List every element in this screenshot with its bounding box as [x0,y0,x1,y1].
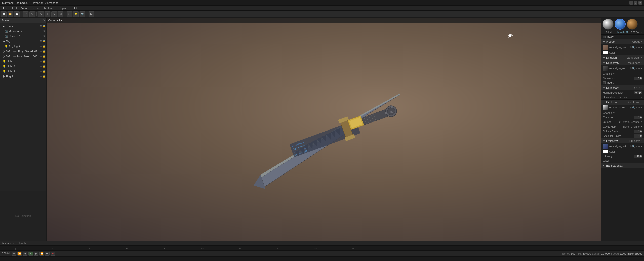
menu-material[interactable]: Material [42,6,56,10]
emit-delete-icon[interactable]: ✕ [640,145,642,148]
emit-edit-icon[interactable]: ✎ [635,145,637,148]
occ-copy-icon[interactable]: ⊕ [638,106,640,109]
sky-eye[interactable]: 👁 [40,40,42,42]
light1-eye[interactable]: 👁 [40,60,42,63]
skylight-lock[interactable]: 🔒 [43,45,45,48]
diffusion-header[interactable]: ▼ Diffusion: Lambertian ▾ [601,55,644,60]
scene-item-light2[interactable]: 💡 Light 2 👁 🔒 [0,64,46,69]
viewport[interactable]: Camera 1 ▾ [47,18,601,241]
scene-item-sky[interactable]: ☁ Sky 👁 🔒 [0,39,46,44]
invert-checkbox[interactable] [603,36,606,38]
metalness-delete-icon[interactable]: ✕ [640,67,642,70]
toolbar-mesh[interactable]: ⬡ [67,11,72,17]
toolbar-rotate[interactable]: ↻ [51,11,57,17]
fog-eye[interactable]: 👁 [40,75,42,78]
close-button[interactable]: ✕ [638,1,642,5]
transparency-header[interactable]: ▶ Transparency: [601,163,644,168]
metalness-edit-icon[interactable]: ✎ [635,67,637,70]
transport-record-button[interactable]: ● [51,252,55,256]
emit-search-icon[interactable]: 🔍 [632,145,635,148]
toolbar-scale[interactable]: ⇲ [58,11,63,17]
material-ball-default[interactable] [602,19,614,30]
metalness-copy-icon[interactable]: ⊕ [638,67,640,70]
transport-play-button[interactable]: ▶ [28,252,33,256]
emissive-map-thumb[interactable] [603,144,608,149]
sword003-lock[interactable]: 🔒 [43,55,45,58]
scene-item-camera1[interactable]: 📷 Camera 1 👁 [0,34,46,39]
light2-lock[interactable]: 🔒 [43,65,45,68]
menu-file[interactable]: File [1,6,10,10]
reflectivity-header[interactable]: ▼ Reflectivity: Metalness ▾ [601,60,644,65]
transport-next-key-button[interactable]: ⏩ [39,252,44,256]
scene-item-main-camera[interactable]: 📷 Main Camera 👁 [0,29,46,34]
emit-settings-icon[interactable]: ⚙ [630,145,632,148]
scene-settings-icon[interactable]: ⚙ [43,19,45,22]
transport-prev-key-button[interactable]: ⏪ [17,252,22,256]
toolbar-light[interactable]: 💡 [73,11,79,17]
albedo-map-thumb[interactable] [603,45,608,50]
metalness-input[interactable] [634,77,642,80]
toolbar-select[interactable]: ↖ [38,11,44,17]
light2-eye[interactable]: 👁 [40,65,42,68]
albedo-search-icon[interactable]: 🔍 [632,46,635,49]
reflection-header[interactable]: ▼ Reflection: GGX ▾ [601,85,644,90]
render-eye-icon[interactable]: 👁 [40,25,42,27]
cavity-channel-dropdown[interactable]: ▾ [641,125,642,128]
emit-copy-icon[interactable]: ⊕ [638,145,640,148]
toolbar-save[interactable]: 💾 [14,11,20,17]
transport-next-frame-button[interactable]: ▶ [34,252,38,256]
light3-lock[interactable]: 🔒 [43,70,45,73]
material-ball-pbrsword[interactable] [627,19,638,30]
scene-item-fog1[interactable]: 🌫 Fog 1 👁 🔒 [0,74,46,79]
cam1-eye[interactable]: 👁 [43,35,45,37]
scene-item-light1[interactable]: 💡 Light 1 👁 🔒 [0,59,46,64]
skylight-eye[interactable]: 👁 [40,45,42,48]
reflectivity-invert-checkbox[interactable] [603,81,606,84]
metalness-channel-dropdown[interactable]: ▾ [613,72,615,75]
occ-search-icon[interactable]: 🔍 [632,106,635,109]
menu-view[interactable]: View [19,6,29,10]
light3-eye[interactable]: 👁 [40,70,42,73]
transport-end-button[interactable]: ⏭ [45,252,50,256]
transport-prev-frame-button[interactable]: ◀ [23,252,27,256]
toolbar-move[interactable]: ✛ [45,11,50,17]
scene-item-sword003[interactable]: ⬡ SM_LowPoly_Sword_003 👁 🔒 [0,54,46,59]
scene-item-render[interactable]: ▶ Render 👁 🔒 [0,24,46,29]
toolbar-render[interactable]: ▶ [89,11,94,17]
albedo-color-swatch[interactable] [603,51,608,54]
menu-scene[interactable]: Scene [30,6,42,10]
sword01-lock[interactable]: 🔒 [43,50,45,53]
occlusion-map-thumb[interactable] [603,105,608,110]
render-lock-icon[interactable]: 🔒 [43,25,45,27]
menu-capture[interactable]: Capture [57,6,70,10]
metalness-search-icon[interactable]: 🔍 [632,67,635,70]
metalness-map-thumb[interactable] [603,66,608,71]
albedo-header[interactable]: ▼ Albedo: Albedo ▾ [601,39,644,44]
emissive-header[interactable]: ▼ Emissive: Emissive ▾ [601,138,644,143]
metalness-settings-icon[interactable]: ⚙ [630,67,632,70]
albedo-delete-icon[interactable]: ✕ [640,46,642,49]
toolbar-undo[interactable]: ↩ [23,11,28,17]
occlusion-header[interactable]: ▼ Occlusion: Occlusion ▾ [601,100,644,105]
sword01-eye[interactable]: 👁 [40,50,42,53]
playhead[interactable] [16,246,16,250]
menu-help[interactable]: Help [71,6,81,10]
specular-cavity-input[interactable] [634,134,642,138]
scene-item-light3[interactable]: 💡 Light 3 👁 🔒 [0,69,46,74]
occ-edit-icon[interactable]: ✎ [635,106,637,109]
occ-delete-icon[interactable]: ✕ [640,106,642,109]
menu-edit[interactable]: Edit [10,6,19,10]
occlusion-input[interactable] [634,116,642,119]
intensity-input[interactable] [634,155,642,158]
occ-settings-icon[interactable]: ⚙ [630,106,632,109]
emissive-color-swatch[interactable] [603,150,608,153]
toolbar-new[interactable]: 📄 [1,11,7,17]
light1-lock[interactable]: 🔒 [43,60,45,63]
scene-add-icon[interactable]: + [40,19,42,22]
material-ball-newmat[interactable] [615,19,626,30]
horizon-occ-input[interactable] [634,91,642,94]
toolbar-open[interactable]: 📂 [8,11,13,17]
occ-channel-dropdown[interactable]: ▾ [613,112,615,114]
albedo-copy-icon[interactable]: ⊕ [638,46,640,49]
sword003-eye[interactable]: 👁 [40,55,42,58]
